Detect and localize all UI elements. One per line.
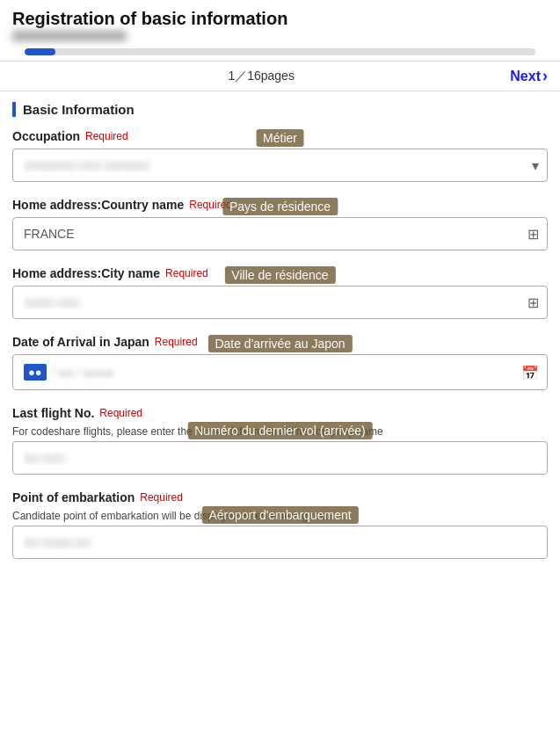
- date-highlight: ●●: [24, 364, 47, 381]
- home-country-input[interactable]: [12, 217, 548, 250]
- section-title: Basic Information: [12, 102, 548, 117]
- progress-bar-fill: [25, 48, 55, 55]
- embarkation-input-wrapper: Aéroport d'embarquement: [12, 526, 548, 559]
- home-country-required: Required: [189, 199, 232, 211]
- flight-no-note: For codeshare flights, please enter the …: [12, 425, 548, 438]
- occupation-label: Occupation Required: [12, 129, 548, 143]
- flight-no-input[interactable]: [12, 441, 548, 475]
- embarkation-note: Candidate point of embarkation will be d…: [12, 510, 548, 522]
- home-city-required: Required: [165, 267, 208, 279]
- arrival-date-input[interactable]: ●● / ●● / ●●●●: [12, 354, 548, 390]
- home-city-label: Home address:City name Required: [12, 266, 548, 280]
- next-label: Next: [510, 69, 541, 84]
- embarkation-required: Required: [140, 491, 183, 504]
- nav-row: 1／16pages Next ›: [0, 62, 560, 91]
- home-country-input-wrapper: Pays de résidence ⊞: [12, 217, 548, 250]
- arrival-date-field-group: Date of Arrival in Japan Required Date d…: [12, 335, 548, 390]
- progress-bar-container: [25, 48, 535, 55]
- arrival-date-required: Required: [155, 336, 198, 348]
- home-country-field-group: Home address:Country name Required Pays …: [12, 198, 548, 250]
- home-city-input-wrapper: Ville de résidence ⊞: [12, 286, 548, 319]
- occupation-input-wrapper: Métier ▾: [12, 149, 548, 182]
- flight-no-field-group: Last flight No. Required For codeshare f…: [12, 406, 548, 475]
- page-title: Registration of basic information: [12, 9, 548, 29]
- flight-no-input-wrapper: Numéro du dernier vol (arrivée): [12, 441, 548, 475]
- flight-no-required: Required: [99, 407, 142, 419]
- embarkation-field-group: Point of embarkation Required Candidate …: [12, 490, 548, 559]
- embarkation-input[interactable]: [12, 526, 548, 559]
- header-subtitle: [12, 31, 127, 41]
- home-country-label: Home address:Country name Required: [12, 198, 548, 212]
- next-button[interactable]: Next ›: [510, 67, 548, 85]
- embarkation-label: Point of embarkation Required: [12, 490, 548, 504]
- page-info: 1／16pages: [12, 69, 510, 84]
- home-city-field-group: Home address:City name Required Ville de…: [12, 266, 548, 319]
- flight-no-label: Last flight No. Required: [12, 406, 548, 420]
- occupation-field-group: Occupation Required Métier ▾: [12, 129, 548, 182]
- home-city-input[interactable]: [12, 286, 548, 319]
- occupation-input[interactable]: [12, 149, 548, 182]
- chevron-right-icon: ›: [542, 67, 548, 85]
- arrival-date-label: Date of Arrival in Japan Required: [12, 335, 548, 349]
- occupation-required: Required: [85, 130, 128, 142]
- arrival-date-input-wrapper: Date d'arrivée au Japon ●● / ●● / ●●●● 📅: [12, 354, 548, 390]
- basic-info-section: Basic Information Occupation Required Mé…: [0, 91, 560, 559]
- header: Registration of basic information: [0, 0, 560, 62]
